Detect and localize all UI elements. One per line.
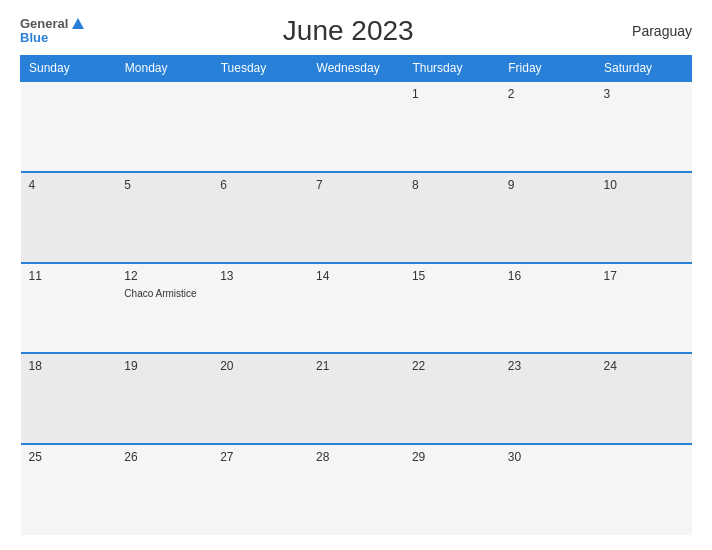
day-cell-2-4: 15 — [404, 263, 500, 354]
week-row-4: 18192021222324 — [21, 353, 692, 444]
day-cell-2-3: 14 — [308, 263, 404, 354]
day-cell-3-2: 20 — [212, 353, 308, 444]
calendar-table: Sunday Monday Tuesday Wednesday Thursday… — [20, 55, 692, 535]
day-number: 28 — [316, 450, 396, 464]
day-number: 4 — [29, 178, 109, 192]
col-monday: Monday — [116, 56, 212, 82]
week-row-2: 45678910 — [21, 172, 692, 263]
day-cell-4-6 — [596, 444, 692, 535]
day-number: 13 — [220, 269, 300, 283]
week-row-1: 123 — [21, 81, 692, 172]
day-cell-4-4: 29 — [404, 444, 500, 535]
col-thursday: Thursday — [404, 56, 500, 82]
day-cell-0-1 — [116, 81, 212, 172]
day-cell-3-1: 19 — [116, 353, 212, 444]
day-cell-2-5: 16 — [500, 263, 596, 354]
day-cell-1-2: 6 — [212, 172, 308, 263]
day-number: 3 — [604, 87, 684, 101]
day-number: 25 — [29, 450, 109, 464]
day-cell-0-3 — [308, 81, 404, 172]
col-sunday: Sunday — [21, 56, 117, 82]
day-number: 27 — [220, 450, 300, 464]
country-label: Paraguay — [612, 23, 692, 39]
day-cell-1-5: 9 — [500, 172, 596, 263]
day-cell-1-3: 7 — [308, 172, 404, 263]
day-number: 23 — [508, 359, 588, 373]
day-cell-1-6: 10 — [596, 172, 692, 263]
day-number: 19 — [124, 359, 204, 373]
day-number: 20 — [220, 359, 300, 373]
day-cell-1-4: 8 — [404, 172, 500, 263]
day-cell-4-2: 27 — [212, 444, 308, 535]
day-cell-4-5: 30 — [500, 444, 596, 535]
day-cell-2-0: 11 — [21, 263, 117, 354]
day-cell-4-1: 26 — [116, 444, 212, 535]
day-number: 24 — [604, 359, 684, 373]
col-wednesday: Wednesday — [308, 56, 404, 82]
day-cell-2-2: 13 — [212, 263, 308, 354]
col-tuesday: Tuesday — [212, 56, 308, 82]
calendar-header: General Blue June 2023 Paraguay — [20, 15, 692, 47]
day-cell-0-4: 1 — [404, 81, 500, 172]
day-cell-3-5: 23 — [500, 353, 596, 444]
day-number: 9 — [508, 178, 588, 192]
day-number: 15 — [412, 269, 492, 283]
day-number: 7 — [316, 178, 396, 192]
day-cell-1-1: 5 — [116, 172, 212, 263]
week-row-3: 1112Chaco Armistice1314151617 — [21, 263, 692, 354]
day-cell-0-5: 2 — [500, 81, 596, 172]
day-number: 30 — [508, 450, 588, 464]
day-cell-3-4: 22 — [404, 353, 500, 444]
day-number: 26 — [124, 450, 204, 464]
day-number: 14 — [316, 269, 396, 283]
day-cell-2-1: 12Chaco Armistice — [116, 263, 212, 354]
day-number: 21 — [316, 359, 396, 373]
day-cell-1-0: 4 — [21, 172, 117, 263]
day-cell-0-6: 3 — [596, 81, 692, 172]
logo-general-text: General — [20, 17, 68, 31]
day-number: 16 — [508, 269, 588, 283]
logo-blue-text: Blue — [20, 31, 84, 45]
day-number: 1 — [412, 87, 492, 101]
calendar-page: General Blue June 2023 Paraguay Sunday M… — [0, 0, 712, 550]
calendar-title: June 2023 — [84, 15, 612, 47]
day-cell-0-2 — [212, 81, 308, 172]
day-number: 12 — [124, 269, 204, 283]
day-number: 18 — [29, 359, 109, 373]
weekday-header-row: Sunday Monday Tuesday Wednesday Thursday… — [21, 56, 692, 82]
day-number: 11 — [29, 269, 109, 283]
day-number: 8 — [412, 178, 492, 192]
col-saturday: Saturday — [596, 56, 692, 82]
day-cell-4-0: 25 — [21, 444, 117, 535]
day-cell-3-6: 24 — [596, 353, 692, 444]
day-number: 2 — [508, 87, 588, 101]
day-cell-0-0 — [21, 81, 117, 172]
day-cell-3-0: 18 — [21, 353, 117, 444]
day-number: 6 — [220, 178, 300, 192]
day-number: 22 — [412, 359, 492, 373]
event-label: Chaco Armistice — [124, 288, 196, 299]
day-number: 29 — [412, 450, 492, 464]
day-cell-3-3: 21 — [308, 353, 404, 444]
logo: General Blue — [20, 17, 84, 46]
day-number: 17 — [604, 269, 684, 283]
logo-triangle-icon — [72, 18, 84, 29]
day-number: 5 — [124, 178, 204, 192]
week-row-5: 252627282930 — [21, 444, 692, 535]
col-friday: Friday — [500, 56, 596, 82]
day-number: 10 — [604, 178, 684, 192]
day-cell-2-6: 17 — [596, 263, 692, 354]
day-cell-4-3: 28 — [308, 444, 404, 535]
